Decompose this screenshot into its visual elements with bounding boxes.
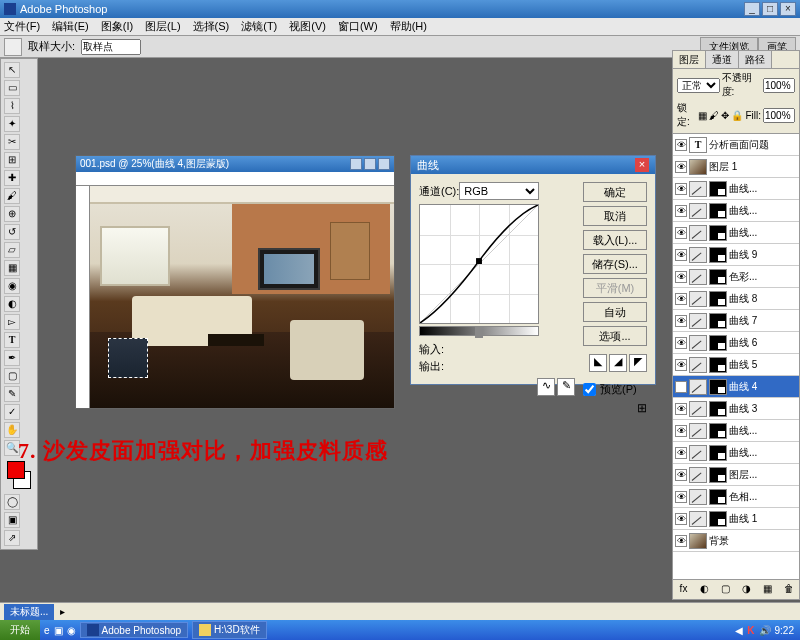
eyedrop-white-icon[interactable]: ◤ [629,354,647,372]
visibility-icon[interactable]: 👁 [675,337,687,349]
layer-row[interactable]: 👁曲线 5 [673,354,799,376]
visibility-icon[interactable]: 👁 [675,271,687,283]
doc-close-button[interactable] [378,158,390,170]
screen-mode[interactable]: ▣ [4,512,20,528]
visibility-icon[interactable]: 👁 [675,293,687,305]
lock-paint-icon[interactable]: 🖌 [709,110,719,121]
preview-checkbox[interactable] [583,383,596,396]
status-tab[interactable]: 未标题... [4,604,54,620]
layer-row[interactable]: 👁曲线 7 [673,310,799,332]
minimize-button[interactable]: _ [744,2,760,16]
quicklaunch-ie-icon[interactable]: e [44,625,50,636]
layer-row[interactable]: 👁色相... [673,486,799,508]
visibility-icon[interactable]: 👁 [675,161,687,173]
layer-row[interactable]: 👁曲线 6 [673,332,799,354]
visibility-icon[interactable]: 👁 [675,227,687,239]
mask-mode[interactable]: ◯ [4,494,20,510]
visibility-icon[interactable]: 👁 [675,469,687,481]
layer-row[interactable]: 👁曲线... [673,420,799,442]
start-button[interactable]: 开始 [0,620,40,640]
wand-tool[interactable]: ✦ [4,116,20,132]
menu-view[interactable]: 视图(V) [289,19,326,34]
layer-row[interactable]: 👁图层 1 [673,156,799,178]
visibility-icon[interactable]: 👁 [675,183,687,195]
curves-graph[interactable] [419,204,539,324]
gradient-ramp[interactable] [419,326,539,336]
layer-row[interactable]: 👁曲线 3 [673,398,799,420]
tray-vol-icon[interactable]: 🔊 [759,625,771,636]
mask-icon[interactable]: ◐ [698,583,712,597]
eyedrop-black-icon[interactable]: ◣ [589,354,607,372]
curves-close-button[interactable]: × [635,158,649,172]
trash-icon[interactable]: 🗑 [782,583,796,597]
sample-size-input[interactable] [81,39,141,55]
stamp-tool[interactable]: ⊕ [4,206,20,222]
fx-icon[interactable]: fx [677,583,691,597]
eraser-tool[interactable]: ▱ [4,242,20,258]
layer-row[interactable]: 👁T分析画面问题 [673,134,799,156]
heal-tool[interactable]: ✚ [4,170,20,186]
layer-row[interactable]: 👁色彩... [673,266,799,288]
tab-paths[interactable]: 路径 [739,51,772,68]
layer-row[interactable]: 👁曲线... [673,442,799,464]
layer-row[interactable]: 👁曲线 1 [673,508,799,530]
task-photoshop[interactable]: Adobe Photoshop [80,622,189,638]
visibility-icon[interactable]: 👁 [675,205,687,217]
gradient-tool[interactable]: ▦ [4,260,20,276]
dodge-tool[interactable]: ◐ [4,296,20,312]
save-button[interactable]: 储存(S)... [583,254,647,274]
visibility-icon[interactable]: 👁 [675,381,687,393]
blur-tool[interactable]: ◉ [4,278,20,294]
cancel-button[interactable]: 取消 [583,206,647,226]
tray-icon[interactable]: ◀ [735,625,743,636]
auto-button[interactable]: 自动 [583,302,647,322]
visibility-icon[interactable]: 👁 [675,513,687,525]
quicklaunch-qq-icon[interactable]: ◉ [67,625,76,636]
path-tool[interactable]: ▻ [4,314,20,330]
shape-tool[interactable]: ▢ [4,368,20,384]
adjustment-icon[interactable]: ◑ [740,583,754,597]
load-button[interactable]: 载入(L)... [583,230,647,250]
doc-minimize-button[interactable] [350,158,362,170]
tab-channels[interactable]: 通道 [706,51,739,68]
maximize-button[interactable]: □ [762,2,778,16]
fill-input[interactable] [763,108,795,123]
menu-window[interactable]: 窗口(W) [338,19,378,34]
blend-mode-select[interactable]: 正常 [677,78,720,93]
layer-row[interactable]: 👁图层... [673,464,799,486]
opacity-input[interactable] [763,78,795,93]
move-tool[interactable]: ↖ [4,62,20,78]
visibility-icon[interactable]: 👁 [675,535,687,547]
layer-row[interactable]: 👁背景 [673,530,799,552]
jump-to[interactable]: ⇗ [4,530,20,546]
new-layer-icon[interactable]: ▦ [761,583,775,597]
history-tool[interactable]: ↺ [4,224,20,240]
ok-button[interactable]: 确定 [583,182,647,202]
layer-row[interactable]: 👁曲线 8 [673,288,799,310]
close-button[interactable]: × [780,2,796,16]
clock[interactable]: 9:22 [775,625,794,636]
visibility-icon[interactable]: 👁 [675,425,687,437]
lock-move-icon[interactable]: ✥ [721,110,729,121]
pen-tool[interactable]: ✒ [4,350,20,366]
new-set-icon[interactable]: ▢ [719,583,733,597]
canvas[interactable] [90,186,394,408]
lock-all-icon[interactable]: 🔒 [731,110,743,121]
options-button[interactable]: 选项... [583,326,647,346]
visibility-icon[interactable]: 👁 [675,249,687,261]
quicklaunch-desktop-icon[interactable]: ▣ [54,625,63,636]
lasso-tool[interactable]: ⌇ [4,98,20,114]
layer-row[interactable]: 👁曲线 9 [673,244,799,266]
visibility-icon[interactable]: 👁 [675,447,687,459]
slice-tool[interactable]: ⊞ [4,152,20,168]
doc-maximize-button[interactable] [364,158,376,170]
channel-select[interactable]: RGB [459,182,539,200]
lock-trans-icon[interactable]: ▦ [698,110,707,121]
menu-filter[interactable]: 滤镜(T) [241,19,277,34]
curve-size-toggle-icon[interactable]: ⊞ [583,401,647,415]
visibility-icon[interactable]: 👁 [675,359,687,371]
eyedropper-tool[interactable]: ✓ [4,404,20,420]
brush-tool[interactable]: 🖌 [4,188,20,204]
tab-layers[interactable]: 图层 [673,51,706,68]
curves-titlebar[interactable]: 曲线 × [411,156,655,174]
